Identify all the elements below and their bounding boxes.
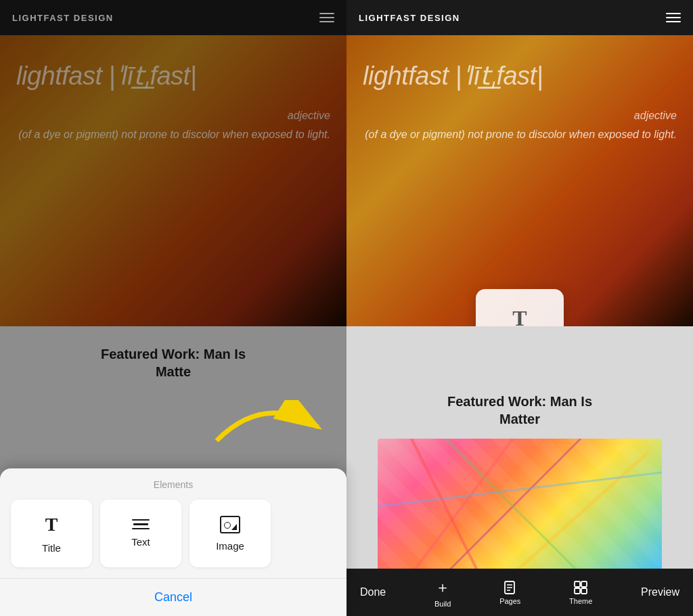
svg-line-5 bbox=[411, 439, 479, 574]
theme-icon bbox=[573, 580, 588, 595]
right-bottom-nav: Done ＋ Build Pages Theme Preview bbox=[346, 569, 693, 616]
svg-rect-12 bbox=[581, 581, 587, 587]
right-hero-title: lightfast |ˈlīt͟ˌfast| bbox=[363, 62, 677, 91]
right-header: LIGHTFAST DESIGN bbox=[346, 0, 693, 35]
modal-elements-row: T Title Text Image bbox=[11, 500, 336, 567]
art-image bbox=[378, 439, 662, 574]
nav-theme-label: Theme bbox=[569, 597, 592, 605]
pages-icon bbox=[503, 580, 518, 595]
modal-header-label: Elements bbox=[11, 479, 336, 490]
right-hero-content: lightfast |ˈlīt͟ˌfast| adjective (of a d… bbox=[346, 35, 693, 326]
build-icon: ＋ bbox=[435, 577, 450, 598]
element-text-label: Text bbox=[131, 536, 150, 548]
drag-card-t-icon: T bbox=[512, 306, 527, 327]
cancel-button[interactable]: Cancel bbox=[0, 578, 346, 616]
nav-build-label: Build bbox=[434, 600, 451, 608]
nav-theme[interactable]: Theme bbox=[569, 580, 592, 605]
element-image-label: Image bbox=[216, 540, 244, 552]
element-card-title[interactable]: T Title bbox=[11, 500, 92, 567]
element-card-image[interactable]: Image bbox=[189, 500, 271, 567]
svg-line-1 bbox=[411, 439, 513, 574]
modal-overlay: Elements T Title Text bbox=[0, 0, 346, 616]
nav-done[interactable]: Done bbox=[360, 586, 386, 598]
image-icon bbox=[220, 516, 240, 533]
right-panel: LIGHTFAST DESIGN lightfast |ˈlīt͟ˌfast| … bbox=[346, 0, 693, 616]
text-lines-icon bbox=[132, 519, 150, 530]
right-hero-adjective: adjective bbox=[363, 110, 677, 122]
right-hero-definition: (of a dye or pigment) not prone to disco… bbox=[363, 127, 677, 142]
svg-rect-13 bbox=[575, 588, 580, 594]
nav-preview[interactable]: Preview bbox=[641, 586, 679, 598]
svg-rect-14 bbox=[581, 588, 587, 594]
nav-pages[interactable]: Pages bbox=[499, 580, 520, 605]
right-menu-button[interactable] bbox=[666, 13, 681, 22]
draggable-title-card[interactable]: T Title bbox=[476, 289, 564, 326]
svg-line-4 bbox=[378, 472, 662, 506]
element-title-label: Title bbox=[42, 542, 61, 554]
title-t-icon: T bbox=[45, 514, 58, 535]
nav-build[interactable]: ＋ Build bbox=[434, 577, 451, 608]
svg-rect-11 bbox=[575, 581, 580, 587]
left-panel: LIGHTFAST DESIGN lightfast |ˈlīt͟ˌfast| … bbox=[0, 0, 346, 616]
right-featured-title: Featured Work: Man IsMatter bbox=[360, 345, 679, 428]
right-hero: lightfast |ˈlīt͟ˌfast| adjective (of a d… bbox=[346, 35, 693, 326]
nav-pages-label: Pages bbox=[499, 597, 520, 605]
elements-modal: Elements T Title Text bbox=[0, 468, 346, 616]
right-header-title: LIGHTFAST DESIGN bbox=[359, 13, 460, 23]
element-card-text[interactable]: Text bbox=[100, 500, 181, 567]
svg-line-3 bbox=[513, 452, 648, 574]
